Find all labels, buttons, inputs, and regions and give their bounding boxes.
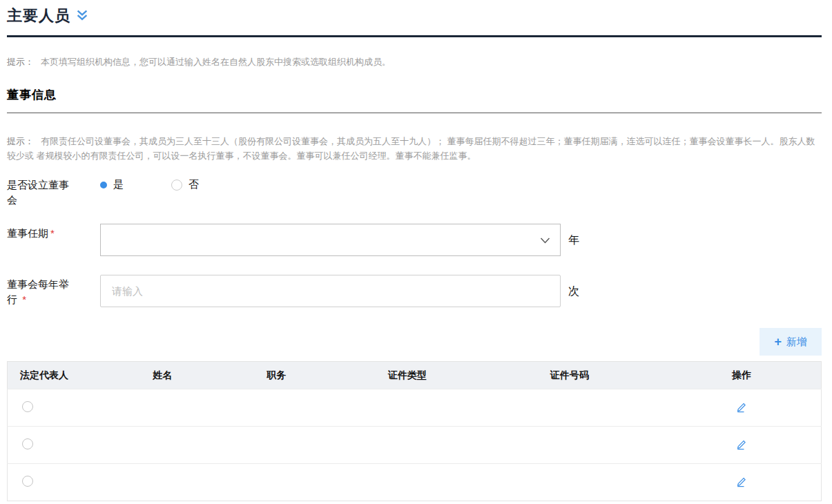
plus-icon: + [774, 336, 782, 348]
row-select-radio[interactable] [22, 438, 33, 449]
meetings-unit: 次 [568, 275, 579, 307]
header-actions: 操作 [663, 362, 822, 389]
term-label: 董事任期* [7, 224, 75, 241]
header-id-type: 证件类型 [338, 362, 476, 389]
required-mark: * [50, 227, 55, 239]
board-setup-label: 是否设立董事会 [7, 175, 75, 208]
add-button-label: 新增 [786, 336, 807, 349]
term-row: 董事任期* 年 [7, 224, 822, 256]
cell-name [110, 427, 214, 464]
radio-yes-icon[interactable] [100, 182, 107, 188]
director-section-title: 董事信息 [7, 87, 822, 113]
pencil-icon [735, 476, 748, 488]
meetings-input[interactable] [100, 275, 561, 307]
title-divider [7, 35, 822, 37]
add-button[interactable]: + 新增 [760, 328, 822, 356]
cell-name [110, 464, 214, 501]
director-hint-label: 提示： [7, 136, 34, 146]
row-select-radio[interactable] [22, 476, 33, 487]
header-position: 职务 [214, 362, 338, 389]
chevron-down-icon [540, 234, 550, 246]
edit-row-button[interactable] [734, 437, 749, 452]
page-header: 主要人员 [7, 6, 822, 26]
required-mark: * [22, 293, 26, 305]
radio-yes-label: 是 [113, 178, 124, 191]
pencil-icon [735, 438, 748, 451]
page-container: 主要人员 提示：本页填写组织机构信息，您可以通过输入姓名在自然人股东中搜索或选取… [0, 0, 832, 501]
term-select[interactable] [100, 224, 561, 256]
term-unit: 年 [568, 224, 579, 256]
pencil-icon [735, 401, 748, 414]
header-name: 姓名 [110, 362, 214, 389]
radio-no-label: 否 [188, 178, 199, 191]
meetings-row: 董事会每年举行 * 次 [7, 275, 822, 307]
radio-no-icon[interactable] [171, 180, 182, 191]
table-header-row: 法定代表人 姓名 职务 证件类型 证件号码 操作 [8, 362, 822, 389]
cell-id-number [476, 389, 663, 427]
cell-id-type [338, 464, 476, 501]
table-row [8, 389, 822, 427]
radio-option-yes[interactable]: 是 [100, 178, 124, 191]
cell-id-type [338, 389, 476, 427]
directors-table: 法定代表人 姓名 职务 证件类型 证件号码 操作 [7, 361, 822, 501]
row-select-radio[interactable] [22, 401, 33, 412]
cell-position [214, 464, 338, 501]
cell-id-number [476, 427, 663, 464]
board-setup-row: 是否设立董事会 是 否 [7, 175, 822, 209]
cell-name [110, 389, 214, 427]
board-setup-radio-group: 是 否 [100, 175, 199, 191]
header-legal-rep: 法定代表人 [8, 362, 111, 389]
cell-id-type [338, 427, 476, 464]
table-row [8, 464, 822, 501]
director-hint-text: 有限责任公司设董事会，其成员为三人至十三人（股份有限公司设董事会，其成员为五人至… [7, 136, 815, 161]
cell-id-number [476, 464, 663, 501]
director-section-hint: 提示：有限责任公司设董事会，其成员为三人至十三人（股份有限公司设董事会，其成员为… [7, 134, 822, 163]
edit-row-button[interactable] [734, 400, 749, 415]
double-chevron-down-icon[interactable] [77, 10, 88, 25]
header-id-number: 证件号码 [476, 362, 663, 389]
add-button-row: + 新增 [7, 328, 822, 356]
radio-option-no[interactable]: 否 [171, 178, 199, 191]
page-hint-text: 本页填写组织机构信息，您可以通过输入姓名在自然人股东中搜索或选取组织机构成员。 [41, 57, 391, 67]
meetings-label: 董事会每年举行 * [7, 275, 75, 307]
page-title: 主要人员 [7, 6, 70, 26]
cell-position [214, 389, 338, 427]
cell-position [214, 427, 338, 464]
edit-row-button[interactable] [734, 474, 749, 490]
director-form: 是否设立董事会 是 否 董事任期* [7, 175, 822, 307]
table-row [8, 427, 822, 464]
page-hint-label: 提示： [7, 57, 34, 67]
page-hint: 提示：本页填写组织机构信息，您可以通过输入姓名在自然人股东中搜索或选取组织机构成… [7, 55, 822, 69]
